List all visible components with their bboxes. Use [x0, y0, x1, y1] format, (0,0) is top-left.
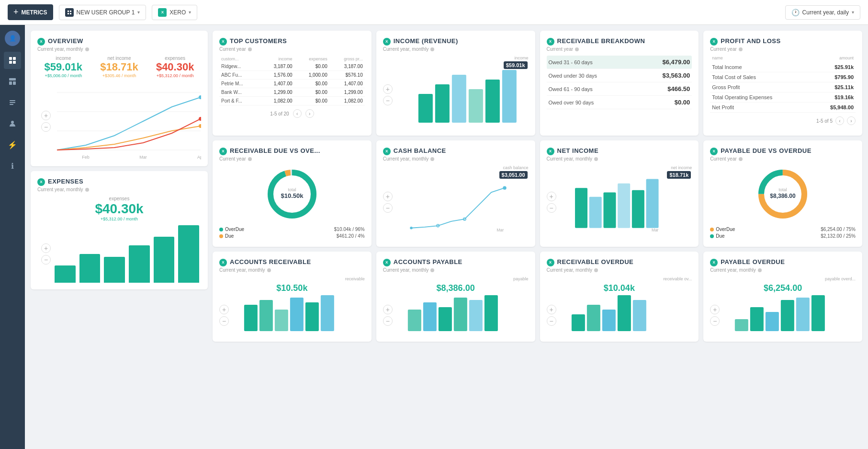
- xero-dropdown[interactable]: X XERO ▾: [152, 5, 197, 20]
- sidebar-item-lightning[interactable]: ⚡: [4, 136, 21, 153]
- income-zoom-out[interactable]: −: [383, 96, 393, 105]
- bar-4: [129, 245, 150, 283]
- svg-rect-60: [408, 310, 421, 331]
- svg-rect-9: [9, 81, 12, 85]
- po-zoom-out[interactable]: −: [710, 316, 720, 326]
- info-dot-pnl[interactable]: [739, 47, 743, 51]
- info-dot-po[interactable]: [758, 268, 762, 272]
- netincome-zoom-out[interactable]: −: [547, 203, 556, 213]
- top-customers-subtitle: Current year: [219, 46, 365, 52]
- sidebar-item-info[interactable]: ℹ: [4, 157, 21, 174]
- po-zoom-in[interactable]: +: [710, 305, 720, 314]
- xero-badge-netincome: X: [547, 148, 554, 155]
- info-dot-cash[interactable]: [430, 157, 434, 161]
- receivable-breakdown-card: X RECEIVABLE BREAKDOWN Current year Owed…: [540, 31, 699, 136]
- bar-3: [104, 257, 125, 283]
- info-dot-customers[interactable]: [248, 47, 252, 51]
- pnl-next-button[interactable]: ›: [847, 116, 856, 125]
- svg-rect-62: [439, 307, 452, 331]
- netincome-zoom-in[interactable]: +: [547, 192, 556, 201]
- info-dot-receivable-due[interactable]: [248, 157, 252, 161]
- income-stat: income $59.01k +$5,006.00 / month: [37, 56, 90, 78]
- sidebar-item-dashboard[interactable]: [4, 52, 21, 69]
- info-dot-payable-due[interactable]: [739, 157, 743, 161]
- xero-badge-ap: X: [383, 259, 391, 266]
- cash-balance-title: CASH BALANCE: [394, 147, 446, 154]
- net-income-subtitle: Current year, monthly: [547, 156, 692, 161]
- cash-zoom-in[interactable]: +: [383, 192, 393, 201]
- group-dropdown[interactable]: NEW USER GROUP 1 ▾: [59, 5, 147, 20]
- svg-rect-12: [10, 102, 15, 103]
- expenses-card: X EXPENSES Current year, monthly expense…: [31, 171, 208, 289]
- ar-zoom-out[interactable]: −: [219, 316, 229, 326]
- expenses-stat-block: expenses $40.30k +$5,312.00 / month: [37, 196, 201, 221]
- svg-rect-11: [10, 100, 15, 101]
- info-dot-income[interactable]: [430, 47, 434, 51]
- right-column: X TOP CUSTOMERS Current year custom... i…: [213, 31, 862, 342]
- info-dot[interactable]: [85, 47, 89, 51]
- info-dot-ap[interactable]: [430, 268, 434, 272]
- sidebar-item-layout[interactable]: [4, 73, 21, 90]
- svg-point-37: [410, 227, 413, 230]
- breakdown-row-4: Owed over 90 days $0.00: [547, 96, 692, 109]
- donut-legend-payable: OverDue $6,254.00 / 75% Due $2,132.00 / …: [710, 227, 856, 240]
- receivable-due-card: X RECEIVABLE DUE VS OVE... Current year …: [213, 140, 372, 247]
- ar-axis-label: receivable: [219, 276, 365, 281]
- receivable-overdue-card: X RECEIVABLE OVERDUE Current year, month…: [540, 252, 699, 342]
- user-avatar[interactable]: 👤: [5, 31, 20, 46]
- pnl-row-4: Total Operating Expenses $19.16k: [710, 92, 856, 103]
- info-dot-ro[interactable]: [594, 268, 598, 272]
- ro-bar-chart: [547, 295, 692, 334]
- table-row: Port & F...1,082.00$0.001,082.00: [219, 97, 365, 105]
- payable-donut-container: total $8,386.00 OverDue $6,254.00 / 75%: [710, 165, 856, 240]
- info-dot-ar[interactable]: [267, 268, 271, 272]
- topbar: + METRICS NEW USER GROUP 1 ▾ X XERO ▾ 🕐 …: [0, 0, 868, 25]
- sidebar-item-reports[interactable]: [4, 94, 21, 111]
- expenses-zoom-in[interactable]: +: [41, 243, 51, 253]
- add-metrics-button[interactable]: + METRICS: [8, 4, 53, 20]
- expenses-zoom-out[interactable]: −: [41, 255, 51, 265]
- svg-text:Mar: Mar: [651, 228, 658, 232]
- expenses-subtitle: Current year, monthly: [37, 187, 201, 192]
- po-bar-chart: [710, 295, 856, 334]
- due-dot: [219, 234, 223, 238]
- info-dot-breakdown[interactable]: [575, 47, 579, 51]
- income-zoom-in[interactable]: +: [383, 84, 393, 94]
- ar-title: ACCOUNTS RECEIVABLE: [230, 258, 311, 265]
- info-dot-expenses[interactable]: [85, 188, 89, 192]
- svg-rect-3: [70, 13, 71, 14]
- income-chart-container: $59.01k + − Mar: [383, 60, 529, 129]
- pnl-prev-button[interactable]: ‹: [835, 116, 844, 125]
- legend-item-due: Due $461.20 / 4%: [219, 233, 365, 239]
- svg-rect-2: [68, 13, 69, 14]
- svg-rect-76: [812, 295, 825, 331]
- breakdown-row-3: Owed 61 - 90 days $466.50: [547, 82, 692, 96]
- svg-rect-64: [469, 300, 483, 331]
- zoom-in-button[interactable]: +: [41, 111, 51, 120]
- svg-rect-55: [259, 300, 273, 331]
- ap-subtitle: Current year, monthly: [383, 267, 529, 273]
- svg-rect-47: [646, 179, 658, 228]
- table-row: Bank W...1,299.00$0.001,299.00: [219, 88, 365, 97]
- widget-row-2: X RECEIVABLE DUE VS OVE... Current year …: [213, 140, 862, 247]
- info-dot-netincome[interactable]: [594, 157, 598, 161]
- ro-zoom-out[interactable]: −: [547, 316, 556, 326]
- income-axis-label: income: [383, 56, 529, 60]
- ro-zoom-in[interactable]: +: [547, 305, 556, 314]
- bar-5: [154, 237, 175, 283]
- overview-card: X OVERVIEW Current year, monthly income …: [31, 31, 208, 166]
- prev-page-button[interactable]: ‹: [293, 109, 302, 118]
- expenses-sub: +$5,312.00 / month: [101, 217, 138, 221]
- period-dropdown[interactable]: 🕐 Current year, daily ▾: [785, 5, 860, 20]
- zoom-out-button[interactable]: −: [41, 122, 51, 132]
- xero-badge-income: X: [383, 38, 391, 46]
- xero-badge-receivable-due: X: [219, 148, 227, 155]
- next-page-button[interactable]: ›: [305, 109, 314, 118]
- ap-zoom-out[interactable]: −: [383, 316, 393, 326]
- ar-zoom-in[interactable]: +: [219, 305, 229, 314]
- ap-zoom-in[interactable]: +: [383, 305, 393, 314]
- net-income-card: X NET INCOME Current year, monthly net i…: [540, 140, 699, 247]
- cash-zoom-out[interactable]: −: [383, 203, 393, 213]
- svg-rect-65: [485, 295, 498, 331]
- sidebar-item-users[interactable]: [4, 115, 21, 132]
